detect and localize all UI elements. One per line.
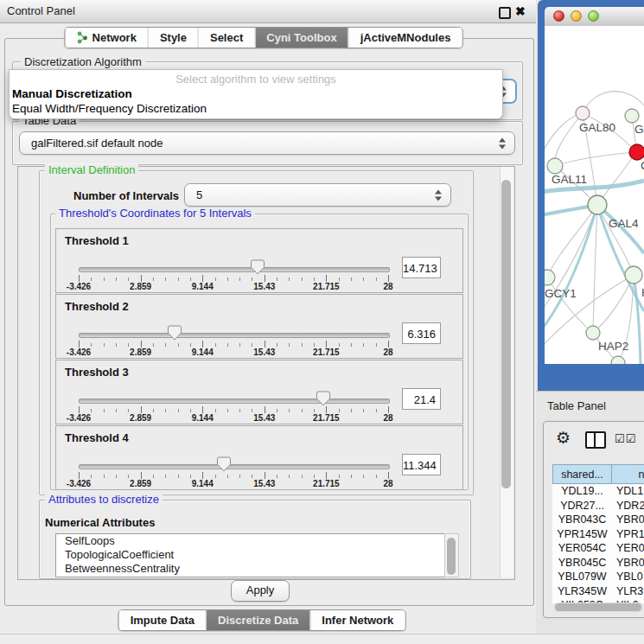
- table-row[interactable]: YLR345WYLR3: [552, 584, 644, 599]
- network-node[interactable]: [625, 109, 639, 123]
- table-cell[interactable]: YDL1: [616, 484, 644, 499]
- table-cell[interactable]: YER054C: [552, 541, 612, 556]
- zoom-traffic-light-icon[interactable]: [588, 10, 599, 22]
- threshold-2-value-field[interactable]: 6.316: [402, 322, 441, 344]
- network-canvas[interactable]: GAL80GACGAL11GAL4GCY1HHAP2: [545, 26, 644, 364]
- table-cell[interactable]: YDR2: [616, 499, 644, 513]
- table-row[interactable]: YPR145WYPR1: [552, 527, 644, 542]
- network-node[interactable]: [588, 195, 607, 214]
- slider-thumb[interactable]: [251, 259, 265, 275]
- slider-track[interactable]: [79, 333, 390, 338]
- tick-mark: [215, 277, 216, 281]
- table-cell[interactable]: YBL0: [616, 570, 644, 584]
- table-cell[interactable]: YBR043C: [552, 513, 612, 527]
- table-cell[interactable]: YER0: [616, 541, 644, 556]
- algorithm-option-equal-width[interactable]: Equal Width/Frequency Discretization: [12, 102, 207, 115]
- column-header-name[interactable]: n: [611, 464, 644, 484]
- threshold-4-value-field[interactable]: 11.344: [402, 454, 441, 475]
- close-icon[interactable]: ✖: [515, 3, 526, 20]
- table-row[interactable]: YDR27...YDR2: [552, 499, 644, 513]
- table-row[interactable]: YDL19...YDL1: [552, 484, 644, 499]
- table-panel-header: Table Panel: [536, 391, 644, 422]
- table-cell[interactable]: YDR27...: [552, 499, 612, 513]
- threshold-2-slider[interactable]: -3.4262.8599.14415.4321.71528: [79, 324, 388, 357]
- tab-discretize-data[interactable]: Discretize Data: [206, 610, 309, 630]
- float-window-icon[interactable]: [499, 7, 511, 19]
- gear-icon[interactable]: ⚙: [556, 428, 571, 448]
- tab-jactivemnodules[interactable]: jActiveMNodules: [348, 28, 462, 48]
- table-cell[interactable]: YDL19...: [552, 484, 612, 499]
- slider-track[interactable]: [79, 267, 390, 272]
- network-node[interactable]: [547, 158, 563, 174]
- list-item[interactable]: TopologicalCoefficient: [56, 548, 445, 562]
- slider-track[interactable]: [79, 399, 390, 404]
- tick-mark: [116, 277, 117, 281]
- list-item[interactable]: SelfLoops: [56, 534, 445, 548]
- tab-cyni-toolbox[interactable]: Cyni Toolbox: [254, 28, 348, 48]
- tick-mark: [165, 277, 166, 281]
- apply-button[interactable]: Apply: [231, 580, 290, 602]
- number-of-intervals-combo[interactable]: 5: [184, 183, 451, 207]
- numerical-attributes-list[interactable]: SelfLoopsTopologicalCoefficientBetweenne…: [55, 533, 446, 577]
- slider-track[interactable]: [79, 464, 390, 469]
- table-row[interactable]: YBR043CYBR0: [552, 513, 644, 527]
- horizontal-scrollbar[interactable]: [554, 603, 643, 612]
- table-row[interactable]: YBL079WYBL0: [552, 570, 644, 584]
- algorithm-option-manual[interactable]: Manual Discretization: [12, 87, 132, 100]
- vertical-scrollbar-thumb[interactable]: [501, 180, 511, 488]
- table-cell[interactable]: YPR1: [616, 527, 644, 542]
- horizontal-scrollbar-thumb[interactable]: [555, 603, 641, 611]
- threshold-1-value-field[interactable]: 14.713: [402, 257, 441, 278]
- network-window-titlebar[interactable]: [545, 7, 644, 27]
- table-row[interactable]: YER054CYER0: [552, 541, 644, 556]
- minimize-traffic-light-icon[interactable]: [571, 10, 582, 22]
- threshold-1-slider[interactable]: -3.4262.8599.14415.4321.71528: [79, 258, 388, 291]
- tick-mark: [178, 409, 179, 412]
- list-item[interactable]: BetweennessCentrality: [56, 562, 445, 576]
- tick-label: 9.144: [192, 413, 214, 423]
- tick-mark: [79, 275, 80, 282]
- tab-impute-data[interactable]: Impute Data: [119, 610, 206, 630]
- table-data-combo[interactable]: galFiltered.sif default node: [19, 131, 515, 155]
- tab-infer-network[interactable]: Infer Network: [309, 610, 405, 630]
- table-cell[interactable]: YBR0: [616, 556, 644, 571]
- network-node[interactable]: [586, 326, 600, 340]
- network-node[interactable]: [545, 270, 555, 285]
- table-cell[interactable]: YPR145W: [552, 527, 612, 542]
- slider-tick-labels: -3.4262.8599.14415.4321.71528: [79, 348, 388, 358]
- threshold-3-slider[interactable]: -3.4262.8599.14415.4321.71528: [79, 390, 388, 423]
- table-cell[interactable]: YBR045C: [552, 556, 612, 571]
- network-node[interactable]: [629, 144, 644, 160]
- network-node-label: GAL11: [552, 173, 587, 186]
- tick-mark: [104, 409, 105, 412]
- tab-style[interactable]: Style: [148, 28, 198, 48]
- network-node[interactable]: [625, 266, 642, 284]
- table-rows[interactable]: YDL19...YDL1YDR27...YDR2YBR043CYBR0YPR14…: [552, 484, 644, 603]
- tab-select[interactable]: Select: [198, 28, 254, 48]
- checkbox-icons[interactable]: ☑☑: [615, 432, 636, 445]
- table-cell[interactable]: YBL079W: [552, 570, 612, 584]
- tick-label: 2.859: [130, 282, 151, 291]
- stepper-icon: [435, 189, 443, 201]
- table-cell[interactable]: YBR0: [616, 513, 644, 527]
- tick-label: 9.144: [192, 479, 214, 488]
- slider-thumb[interactable]: [316, 391, 330, 406]
- tab-select-label: Select: [210, 31, 243, 44]
- list-scrollbar-thumb[interactable]: [447, 538, 456, 575]
- table-row[interactable]: YBR045CYBR0: [552, 556, 644, 571]
- network-view-window[interactable]: GAL80GACGAL11GAL4GCY1HHAP2: [538, 0, 644, 391]
- tick-mark: [265, 275, 265, 282]
- tick-mark: [227, 343, 228, 347]
- network-node[interactable]: [576, 106, 590, 120]
- close-traffic-light-icon[interactable]: [553, 10, 564, 22]
- slider-thumb[interactable]: [168, 325, 182, 341]
- threshold-3-value-field[interactable]: 21.4: [402, 388, 441, 410]
- tab-network[interactable]: Network: [66, 28, 148, 48]
- table-cell[interactable]: YLR345W: [552, 584, 612, 599]
- column-header-shared-name[interactable]: shared...: [552, 464, 612, 484]
- columns-icon[interactable]: [585, 431, 606, 449]
- slider-thumb[interactable]: [217, 456, 231, 472]
- threshold-4-slider[interactable]: -3.4262.8599.14415.4321.71528: [79, 456, 388, 488]
- tick-mark: [388, 275, 389, 282]
- table-cell[interactable]: YLR3: [616, 584, 644, 599]
